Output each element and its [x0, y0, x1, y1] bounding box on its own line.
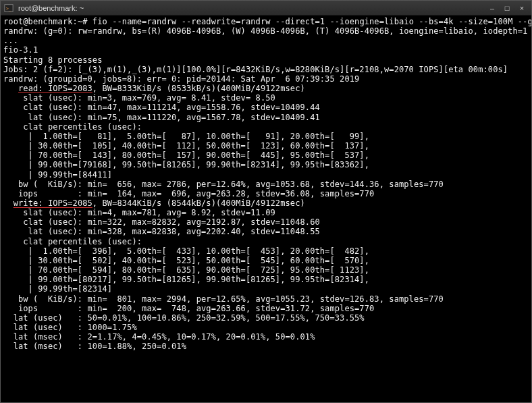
- output-line: bw ( KiB/s): min= 656, max= 2786, per=12…: [3, 180, 444, 189]
- terminal-window: >_ root@benchmark: ~ – □ × root@benchmar…: [0, 0, 532, 403]
- output-line: ...: [3, 36, 18, 45]
- output-line: | 30.00th=[ 502], 40.00th=[ 523], 50.00t…: [3, 256, 369, 265]
- titlebar[interactable]: >_ root@benchmark: ~ – □ ×: [1, 1, 531, 16]
- output-line: | 99.00th=[79168], 99.50th=[81265], 99.9…: [3, 160, 369, 169]
- output-line: [3, 198, 14, 208]
- output-line: | 30.00th=[ 105], 40.00th=[ 112], 50.00t…: [3, 141, 369, 151]
- output-line: | 70.00th=[ 143], 80.00th=[ 157], 90.00t…: [3, 151, 369, 160]
- terminal-icon: >_: [3, 3, 14, 14]
- output-line: lat (usec) : 1000=1.75%: [3, 323, 137, 332]
- terminal-output[interactable]: root@benchmark:~# fio --name=randrw --re…: [1, 16, 531, 402]
- output-line: iops : min= 164, max= 696, avg=263.28, s…: [3, 189, 374, 198]
- output-line: | 99.99th=[82314]: [3, 284, 112, 294]
- window-title: root@benchmark: ~: [18, 4, 484, 12]
- output-line: slat (usec): min=3, max=769, avg= 8.41, …: [3, 93, 275, 103]
- prompt-sep1: :: [73, 17, 78, 26]
- output-line: clat (usec): min=322, max=82832, avg=219…: [3, 217, 320, 227]
- output-line: clat percentiles (usec):: [3, 122, 142, 132]
- output-line: Jobs: 2 (f=2): [_(3),m(1),_(3),m(1)][100…: [3, 65, 508, 74]
- command-text: fio --name=randrw --readwrite=randrw --d…: [92, 17, 531, 26]
- output-line: lat (msec) : 2=1.17%, 4=0.45%, 10=0.17%,…: [3, 332, 315, 342]
- output-line: clat (usec): min=47, max=111214, avg=155…: [3, 103, 320, 112]
- output-line: , BW=8333KiB/s (8533kB/s)(400MiB/49122ms…: [92, 84, 305, 93]
- output-line: fio-3.1: [3, 45, 38, 55]
- output-line: clat percentiles (usec):: [3, 237, 142, 246]
- output-line: | 1.00th=[ 396], 5.00th=[ 433], 10.00th=…: [3, 246, 369, 256]
- output-line: slat (usec): min=4, max=781, avg= 8.92, …: [3, 208, 275, 217]
- svg-text:>_: >_: [6, 5, 12, 11]
- output-line: randrw: (g=0): rw=randrw, bs=(R) 4096B-4…: [3, 26, 527, 36]
- maximize-button[interactable]: □: [500, 3, 514, 14]
- output-line: | 99.00th=[80217], 99.50th=[81265], 99.9…: [3, 275, 369, 284]
- minimize-button[interactable]: –: [485, 3, 499, 14]
- read-iops-highlight: read: IOPS=2083: [18, 84, 92, 93]
- output-line: , BW=8344KiB/s (8544kB/s)(400MiB/49122ms…: [92, 198, 305, 208]
- output-line: lat (msec) : 100=1.88%, 250=0.01%: [3, 342, 186, 351]
- output-line: [3, 84, 18, 93]
- output-line: bw ( KiB/s): min= 801, max= 2994, per=12…: [3, 294, 444, 304]
- output-line: randrw: (groupid=0, jobs=8): err= 0: pid…: [3, 74, 359, 84]
- output-line: lat (usec) : 50=0.01%, 100=10.86%, 250=3…: [3, 313, 365, 323]
- output-line: Starting 8 processes: [3, 55, 103, 65]
- output-line: iops : min= 200, max= 748, avg=263.66, s…: [3, 304, 374, 313]
- output-line: | 99.99th=[84411]: [3, 170, 112, 180]
- output-line: lat (usec): min=328, max=82838, avg=2202…: [3, 227, 320, 236]
- output-line: lat (usec): min=75, max=111220, avg=1567…: [3, 113, 320, 122]
- write-iops-highlight: write: IOPS=2085: [14, 198, 92, 208]
- prompt-sep2: #: [82, 17, 92, 26]
- prompt-user-host: root@benchmark: [3, 17, 73, 26]
- output-line: | 70.00th=[ 594], 80.00th=[ 635], 90.00t…: [3, 265, 369, 275]
- close-button[interactable]: ×: [515, 3, 529, 14]
- output-line: | 1.00th=[ 81], 5.00th=[ 87], 10.00th=[ …: [3, 132, 369, 141]
